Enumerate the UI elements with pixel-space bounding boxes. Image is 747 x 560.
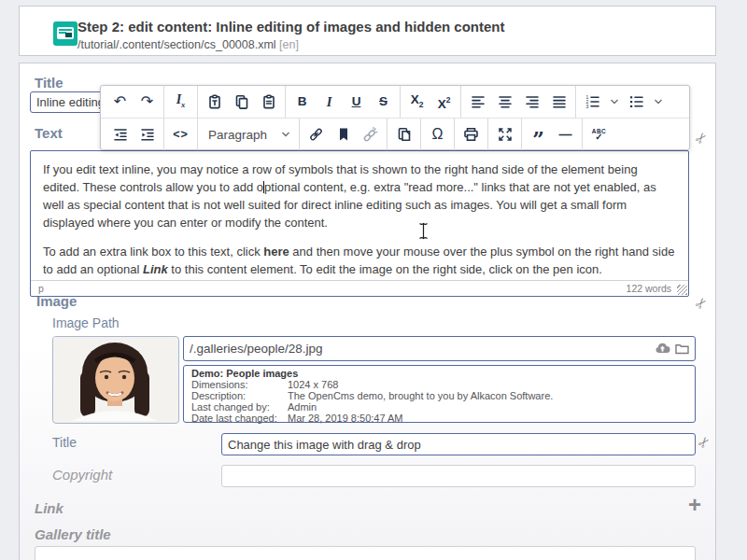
remove-link-button[interactable]	[358, 121, 383, 147]
image-info-row: Dimensions:1024 x 768	[191, 379, 687, 390]
special-character-icon: Ω	[432, 127, 444, 142]
redo-icon: ↷	[141, 94, 153, 109]
horizontal-rule-icon: —	[559, 128, 572, 141]
bold-icon: B	[298, 95, 307, 108]
toolbar-group: ↶↷	[104, 86, 164, 118]
info-label: Description:	[191, 390, 288, 401]
fullscreen-icon	[498, 127, 513, 142]
indent-button[interactable]	[134, 121, 160, 147]
outdent-button[interactable]	[107, 121, 133, 147]
source-code-button[interactable]: <>	[168, 121, 193, 147]
print-button[interactable]	[458, 121, 484, 147]
insert-template-button[interactable]	[391, 121, 416, 147]
redo-button[interactable]: ↷	[134, 89, 160, 115]
info-value: The OpenCms demo, brought to you by Alka…	[288, 390, 553, 401]
spellcheck-button[interactable]: ABC✓	[586, 121, 612, 147]
svg-text:3: 3	[586, 104, 589, 109]
paste-as-text-icon	[207, 94, 222, 109]
link-section-label: Link	[35, 500, 63, 516]
image-path-field	[183, 336, 696, 361]
insert-template-icon	[397, 127, 412, 142]
toolbar-group: BIUS	[286, 86, 401, 118]
image-info-row: Date last changed:Mar 28, 2019 8:50:47 A…	[191, 413, 687, 424]
gallery-title-label: Gallery title	[35, 526, 111, 542]
align-right-icon	[525, 94, 540, 109]
underline-button[interactable]: U	[344, 89, 369, 115]
ordered-list-button[interactable]: 123	[580, 89, 605, 115]
info-value: Admin	[288, 401, 317, 413]
ordered-list-menu-chevron-button[interactable]	[607, 89, 622, 115]
ibeam-cursor-icon	[418, 222, 429, 244]
toolbar-group: Paragraph	[198, 119, 300, 150]
text-run: here	[263, 245, 289, 259]
title-field-label: Title	[35, 75, 63, 91]
copy-button[interactable]	[229, 89, 254, 115]
toolbar-group: Ix	[164, 86, 198, 118]
italic-button[interactable]: I	[317, 89, 342, 115]
info-label: Last changed by:	[191, 401, 288, 413]
insert-link-button[interactable]	[303, 121, 329, 147]
opencms-content-editor: { "header": { "icon": "content-section-i…	[0, 0, 747, 560]
image-thumbnail[interactable]	[52, 336, 179, 424]
unordered-list-button[interactable]	[624, 89, 649, 115]
editor-resize-handle[interactable]	[677, 285, 687, 295]
image-path-input[interactable]	[183, 336, 696, 361]
upload-icon[interactable]	[655, 341, 670, 357]
image-title-label: Title	[52, 435, 77, 450]
align-justify-button[interactable]	[546, 89, 571, 115]
content-section-icon	[53, 21, 78, 46]
subscript-icon: X2	[411, 93, 424, 111]
undo-button[interactable]: ↶	[107, 89, 133, 115]
text-run: to this content element. To edit the ima…	[168, 262, 602, 276]
rich-text-toolbar: ↶↷IxBIUSX2X2123 <>ParagraphΩ”—ABC✓	[100, 85, 690, 150]
toolbar-group: 123	[576, 86, 669, 118]
paste-icon	[261, 94, 276, 109]
folder-browse-icon[interactable]	[674, 341, 690, 357]
word-count: 122 words	[627, 283, 671, 294]
paragraph-format-label: Paragraph	[208, 128, 281, 142]
special-character-button[interactable]: Ω	[425, 121, 450, 147]
blockquote-icon: ”	[532, 127, 544, 142]
paste-button[interactable]	[256, 89, 281, 115]
source-code-icon: <>	[173, 128, 189, 141]
copyright-input[interactable]	[221, 465, 696, 487]
clear-formatting-icon: Ix	[176, 93, 186, 111]
align-center-button[interactable]	[492, 89, 517, 115]
copyright-label: Copyright	[52, 467, 112, 483]
align-right-button[interactable]	[519, 89, 544, 115]
toolbar-group	[300, 119, 388, 150]
resource-path: /tutorial/.content/section/cs_00008.xml …	[78, 38, 299, 51]
strikethrough-button[interactable]: S	[371, 89, 396, 115]
rte-content[interactable]: If you edit text inline, you may notice …	[31, 151, 688, 281]
remove-link-icon	[362, 127, 379, 142]
horizontal-rule-button[interactable]: —	[553, 121, 578, 147]
toolbar-group	[388, 119, 421, 150]
bold-button[interactable]: B	[289, 89, 315, 115]
text-editor: If you edit text inline, you may notice …	[30, 150, 689, 297]
print-icon	[463, 127, 479, 142]
fullscreen-button[interactable]	[492, 121, 517, 147]
toolbar-group: ABC✓	[583, 119, 615, 150]
ordered-list-menu-chevron-icon	[610, 98, 619, 105]
add-link-plus-icon[interactable]: +	[688, 496, 701, 514]
align-center-icon	[498, 94, 513, 109]
ordered-list-icon: 123	[585, 94, 600, 109]
insert-link-icon	[308, 127, 324, 142]
paragraph-format-button[interactable]: Paragraph	[201, 128, 296, 142]
align-justify-icon	[552, 94, 567, 109]
paste-as-text-button[interactable]	[202, 89, 227, 115]
text-field-label: Text	[35, 125, 63, 141]
unordered-list-menu-chevron-button[interactable]	[651, 89, 666, 115]
locale-badge: [en]	[279, 38, 299, 51]
blockquote-button[interactable]: ”	[526, 121, 551, 147]
gallery-title-input[interactable]	[35, 546, 696, 560]
superscript-button[interactable]: X2	[431, 89, 457, 115]
align-left-button[interactable]	[465, 89, 490, 115]
image-path-label: Image Path	[52, 315, 120, 330]
editor-statusbar: p 122 words	[31, 280, 688, 296]
anchor-bookmark-button[interactable]	[331, 121, 356, 147]
subscript-button[interactable]: X2	[404, 89, 430, 115]
info-label: Date last changed:	[191, 413, 288, 424]
clear-formatting-button[interactable]: Ix	[168, 89, 193, 115]
image-title-input[interactable]	[221, 433, 696, 455]
